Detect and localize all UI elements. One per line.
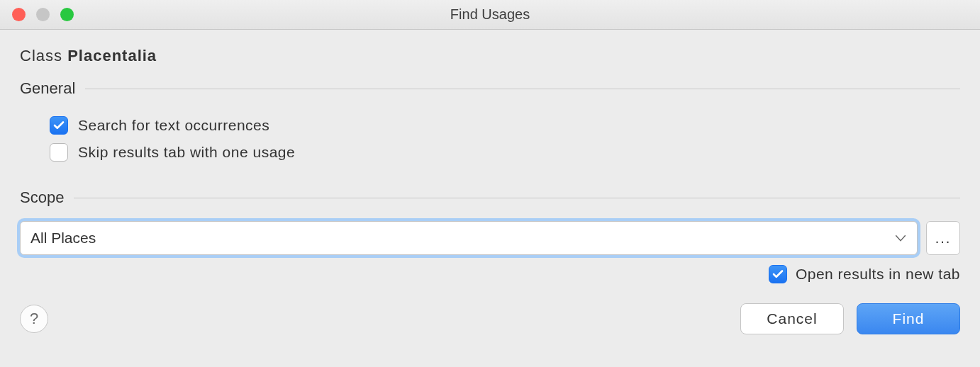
subject-name: Placentalia: [67, 47, 157, 64]
option-label: Open results in new tab: [796, 266, 960, 283]
option-search-text-occurrences[interactable]: Search for text occurrences: [50, 112, 960, 139]
checkbox-unchecked-icon[interactable]: [50, 143, 68, 162]
cancel-button[interactable]: Cancel: [740, 303, 844, 334]
subject-prefix: Class: [20, 47, 62, 64]
scope-more-button[interactable]: ...: [926, 221, 960, 255]
button-bar: ? Cancel Find: [20, 303, 960, 334]
open-results-new-tab-option[interactable]: Open results in new tab: [20, 265, 960, 283]
close-window-button[interactable]: [12, 8, 26, 21]
divider: [74, 198, 960, 198]
option-label: Search for text occurrences: [78, 117, 269, 134]
scope-select[interactable]: All Places: [20, 221, 918, 255]
subject-line: Class Placentalia: [20, 41, 960, 79]
chevron-down-icon: [894, 234, 907, 242]
help-button[interactable]: ?: [20, 305, 48, 333]
checkbox-checked-icon[interactable]: [50, 116, 68, 135]
traffic-lights: [12, 8, 74, 21]
checkbox-checked-icon[interactable]: [769, 265, 787, 283]
scope-group-header: Scope: [20, 188, 960, 207]
option-skip-results-tab[interactable]: Skip results tab with one usage: [50, 139, 960, 166]
option-label: Skip results tab with one usage: [78, 144, 295, 161]
minimize-window-button[interactable]: [36, 8, 50, 21]
scope-group-label: Scope: [20, 188, 74, 207]
general-group-label: General: [20, 79, 85, 98]
window-title: Find Usages: [0, 6, 980, 23]
find-button[interactable]: Find: [857, 303, 960, 334]
scope-selected-value: All Places: [30, 230, 96, 247]
maximize-window-button[interactable]: [60, 8, 74, 21]
dialog-content: Class Placentalia General Search for tex…: [0, 30, 980, 347]
general-group-header: General: [20, 79, 960, 98]
divider: [85, 89, 960, 89]
titlebar: Find Usages: [0, 0, 980, 30]
